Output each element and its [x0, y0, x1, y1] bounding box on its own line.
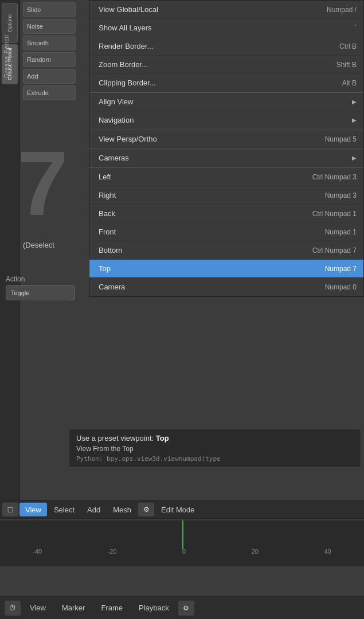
header-bar: □ View Select Add Mesh ⚙ Edit Mode — [0, 500, 364, 519]
header-editmode-btn[interactable]: Edit Mode — [155, 503, 201, 516]
menu-item-shortcut: Ctrl Numpad 1 — [312, 210, 357, 218]
tool-add[interactable]: Add — [23, 69, 76, 84]
menu-item-front[interactable]: Front Numpad 1 — [89, 223, 363, 241]
menu-item-label: Back — [99, 209, 115, 218]
menu-item-align-view[interactable]: Align View ▶ — [89, 93, 363, 111]
menu-item-view-global-local[interactable]: View Global/Local Numpad / — [89, 1, 363, 19]
menu-item-right[interactable]: Right Numpad 3 — [89, 186, 363, 205]
view3d-icon[interactable]: □ — [2, 503, 18, 516]
menu-item-top[interactable]: Top Numpad 7 — [89, 260, 363, 278]
footer-view-btn[interactable]: View — [23, 601, 53, 616]
clock-icon[interactable]: ⏱ — [5, 601, 21, 616]
menu-item-render-border[interactable]: Render Border... Ctrl B — [89, 37, 363, 56]
tooltip-python: Python: bpy.ops.view3d.viewnumpad(type — [76, 455, 354, 463]
tools-area: Slide Noise Smooth Random Add Extrude — [21, 0, 78, 264]
tool-random[interactable]: Random — [23, 52, 76, 67]
tool-extrude[interactable]: Extrude — [23, 85, 76, 100]
menu-item-shortcut: Numpad 3 — [325, 191, 357, 199]
menu-item-label: Show All Layers — [99, 23, 152, 32]
menu-item-show-all-layers[interactable]: Show All Layers ` — [89, 19, 363, 37]
menu-item-shortcut: Numpad 5 — [325, 135, 357, 143]
action-area: Action Toggle — [6, 275, 75, 300]
timeline-track[interactable] — [0, 520, 364, 566]
menu-item-label: Zoom Border... — [99, 60, 148, 69]
menu-item-zoom-border[interactable]: Zoom Border... Shift B — [89, 56, 363, 74]
menu-item-navigation[interactable]: Navigation ▶ — [89, 111, 363, 130]
menu-item-camera[interactable]: Camera Numpad 0 — [89, 278, 363, 296]
menu-item-label: Right — [99, 191, 116, 199]
menu-item-back[interactable]: Back Ctrl Numpad 1 — [89, 205, 363, 223]
ruler-mark-neg20: -20 — [108, 548, 117, 555]
footer-marker-btn[interactable]: Marker — [55, 601, 92, 616]
ruler-mark-40: 40 — [324, 548, 331, 555]
menu-item-left[interactable]: Left Ctrl Numpad 3 — [89, 168, 363, 186]
menu-item-label: Clipping Border... — [99, 79, 156, 87]
mode-icon[interactable]: ⚙ — [138, 503, 154, 516]
menu-item-view-persp-ortho[interactable]: View Persp/Ortho Numpad 5 — [89, 130, 363, 148]
dropdown-menu: View Global/Local Numpad / Show All Laye… — [89, 0, 364, 297]
toggle-button[interactable]: Toggle — [6, 285, 75, 300]
menu-item-shortcut: Numpad 7 — [325, 265, 357, 273]
tooltip-value: Top — [156, 434, 169, 442]
menu-item-shortcut: Ctrl Numpad 7 — [312, 246, 357, 254]
footer-frame-btn[interactable]: Frame — [94, 601, 130, 616]
menu-item-label: Navigation — [99, 116, 134, 124]
footer-playback-btn[interactable]: Playback — [132, 601, 176, 616]
header-view-btn[interactable]: View — [19, 503, 47, 516]
tooltip-prefix: Use a preset viewpoint: — [76, 434, 154, 442]
menu-item-label: Align View — [99, 97, 133, 106]
menu-item-label: Front — [99, 228, 116, 236]
menu-item-shortcut: Alt B — [342, 79, 357, 87]
menu-item-label: View Persp/Ortho — [99, 135, 157, 143]
menu-item-label: Render Border... — [99, 42, 153, 50]
toggle-label: Toggle — [11, 289, 29, 296]
menu-item-label: Left — [99, 173, 111, 181]
menu-item-shortcut: Numpad 1 — [325, 228, 357, 236]
ruler-mark-20: 20 — [252, 548, 259, 555]
submenu-arrow-icon: ▶ — [352, 155, 357, 161]
menu-item-cameras[interactable]: Cameras ▶ — [89, 149, 363, 167]
ruler-mark-neg40: -40 — [33, 548, 42, 555]
action-label: Action — [6, 275, 75, 283]
tool-noise[interactable]: Noise — [23, 19, 76, 34]
menu-item-shortcut: Numpad 0 — [325, 283, 357, 291]
menu-item-label: View Global/Local — [99, 5, 158, 14]
submenu-arrow-icon: ▶ — [352, 117, 357, 123]
footer-bar: ⏱ View Marker Frame Playback ⚙ — [0, 596, 364, 619]
tool-slide[interactable]: Slide — [23, 2, 76, 17]
menu-item-bottom[interactable]: Bottom Ctrl Numpad 7 — [89, 241, 363, 260]
menu-item-shortcut: Numpad / — [327, 6, 357, 14]
header-add-btn[interactable]: Add — [81, 503, 106, 516]
settings-icon[interactable]: ⚙ — [178, 601, 194, 616]
deselect-label: (Deselect — [23, 241, 54, 249]
menu-item-label: Cameras — [99, 154, 129, 162]
menu-item-label: Bottom — [99, 246, 122, 254]
tool-smooth[interactable]: Smooth — [23, 36, 76, 50]
header-select-btn[interactable]: Select — [48, 503, 80, 516]
tooltip-title: Use a preset viewpoint: Top — [76, 434, 354, 442]
tooltip-description: View From the Top — [76, 445, 354, 453]
menu-item-shortcut: Shift B — [336, 61, 357, 69]
menu-item-shortcut: Ctrl B — [339, 42, 357, 50]
menu-item-shortcut: Ctrl Numpad 3 — [312, 173, 357, 181]
tooltip-popup: Use a preset viewpoint: Top View From th… — [69, 429, 361, 468]
timeline-playhead — [182, 520, 183, 549]
menu-item-label: Top — [99, 264, 111, 273]
submenu-arrow-icon: ▶ — [352, 99, 357, 105]
timeline-area[interactable] — [0, 520, 364, 566]
menu-item-shortcut: ` — [354, 24, 357, 32]
header-mesh-btn[interactable]: Mesh — [107, 503, 137, 516]
menu-item-clipping-border[interactable]: Clipping Border... Alt B — [89, 74, 363, 92]
grease-pencil-label: Grease Pencil — [3, 34, 10, 78]
menu-item-label: Camera — [99, 283, 125, 291]
